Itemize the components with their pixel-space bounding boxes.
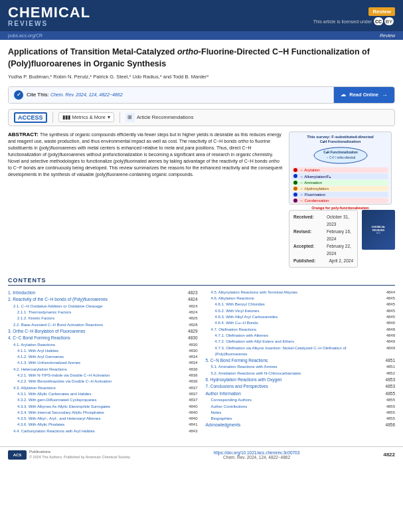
toc-title: This survey: F-substituted-directedC₂H F… [292,135,388,143]
contents-subitem: 4.3. Allylation Reactions 4837 [8,385,198,391]
cite-section: ✓ Cite This: Chem. Rev. 2024, 124, 4822−… [9,87,334,103]
contents-item: 7. Conclusions and Perspectives 4853 [206,383,396,390]
received-row: Received: October 31, 2023 [293,213,353,228]
header-right: Review This article is licensed under CC… [313,7,395,26]
contents-subitem-sub: 4.3.1. With Allylic Carbonates and Halid… [8,391,198,397]
contents-subitem-sub: 2.1.1. Thermodynamic Factors 4824 [8,310,198,315]
published-row: Published: April 2, 2024 [293,257,353,264]
contents-right-col: 4.5. Alkynylation Reactions with Termina… [206,290,396,434]
toc-item-condensation: → Condensation [292,198,388,203]
access-bar: ACCESS ▮▮▮ Metrics & More ▾ ⊞ Article Re… [8,109,395,126]
revised-value: February 16, 2024 [327,228,353,242]
contents-subitem-sub: 2.1.2. Kinetic Factors 4826 [8,315,198,321]
svg-text:C₂H Functionalization: C₂H Functionalization [323,150,358,154]
contents-left-col: 1. Introduction 4823 2. Reactivity of th… [8,290,198,434]
contents-subitem-sub: 4.3.6. With Allylic Pivalates 4841 [8,422,198,428]
toc-item-alkylation: → Alkenylation/F₁ [292,173,388,179]
page-footer: ACS Publications © 2024 The Authors. Pub… [0,446,403,462]
toc-items-list: → Arylation → Alkenylation/F₁ → Aminatio… [292,167,388,203]
published-value: April 2, 2024 [329,257,354,264]
contents-subitem-sub: 4.3.5. With Alkyl-, Aryl-, and Heteroary… [8,416,198,422]
contents-subitem: 4.7. Olefination Reactions 4848 [206,327,396,333]
article-type: Review [380,33,395,38]
contents-subitem: Author Contributions 4855 [206,404,396,410]
contents-subitem-sub: 4.1.3. With Unfunctionalized Arenes 4834 [8,360,198,366]
cite-label-text: Cite This: Chem. Rev. 2024, 124, 4822−48… [27,92,123,98]
article-title: Applications of Transition Metal-Catalyz… [8,46,395,70]
article-recommendations[interactable]: ⊞ Article Recommendations [125,113,389,122]
cite-label: Cite This: [27,92,49,98]
contents-item: 3. Ortho C−H Borylation of Fluoroarenes … [8,328,198,335]
contents-item: Acknowledgments 4856 [206,422,396,428]
footer-doi[interactable]: https://doi.org/10.1021/acs.chemrev.3c00… [214,450,300,455]
abstract-section: ABSTRACT: The synthesis of organic compo… [8,132,283,179]
cloud-icon: ☁ [341,92,346,98]
metrics-button[interactable]: ▮▮▮ Metrics & More ▾ [58,112,114,122]
dot [293,193,297,197]
cc-badge: CC BY [374,17,395,26]
review-badge: Review [368,7,395,16]
contents-subitem: Biographies 4855 [206,416,396,422]
contents-subitem-sub: 4.1.1. With Aryl Halides 4830 [8,348,198,354]
main-content: ABSTRACT: The synthesis of organic compo… [8,132,395,272]
contents-subitem: 2.2. Base-Assisted C−H Bond Activation R… [8,322,198,328]
published-label: Published: [293,257,327,264]
contents-subitem-sub: 4.7.1. Olefination with Alkenes 4848 [206,333,396,339]
read-online-button[interactable]: ☁ Read Online → [334,87,394,103]
svg-text:BY: BY [386,19,393,25]
abstract-label: ABSTRACT: [8,132,39,137]
contents-subitem: Notes 4855 [206,410,396,416]
acs-copyright: © 2024 The Authors. Published by America… [29,455,130,460]
contents-subitem: 5.1. Amination Reactions with Amines 485… [206,364,396,370]
journal-cover-small: CHEMICALREVIEWS ACS [362,210,395,250]
pub-url: pubs.acs.org/CR [8,33,42,38]
dot [293,199,297,203]
contents-subitem: 5.2. Amidation Reactions with N-Chloroca… [206,371,396,377]
contents-item: 5. C−N Bond Forming Reactions 4851 [206,357,396,364]
contents-subitem-sub: 4.2.2. With Benzothiazoles via Double C−… [8,379,198,385]
toc-item-halogenation: → Fluorination [292,192,388,197]
contents-subitem: 4.2. Heteroarylation Reactions 4836 [8,367,198,373]
toc-image: This survey: F-substituted-directedC₂H F… [289,132,392,205]
revised-label: Revised: [293,228,327,242]
footer-right: 4822 [383,452,395,458]
contents-subitem-sub: 4.3.3. With Alkynes As Allylic Electroph… [8,404,198,410]
received-box: Received: October 31, 2023 Revised: Febr… [289,210,358,268]
contents-subitem-sub: 4.3.4. With Internal Secondary Allylic P… [8,410,198,416]
revised-row: Revised: February 16, 2024 [293,228,353,242]
content-area: Applications of Transition Metal-Catalyz… [0,40,403,441]
read-online-label: Read Online [349,92,378,98]
cite-bar: ✓ Cite This: Chem. Rev. 2024, 124, 4822−… [8,86,395,104]
bar-chart-icon: ▮▮▮ [62,114,70,120]
article-rec-label: Article Recommendations [137,114,193,120]
contents-item: 4. C−C Bond Forming Reactions 4830 [8,335,198,341]
received-value: October 31, 2023 [327,213,353,228]
access-badge: ACCESS [14,112,47,123]
contents-section: CONTENTS 1. Introduction 4823 2. Reactiv… [8,277,395,434]
journal-subtitle: REVIEWS [8,20,90,27]
contents-subitem: 4.1. Arylation Reactions 4830 [8,342,198,348]
journal-title-block: CHEMICAL REVIEWS [8,5,90,27]
contents-subitem-sub: 4.2.1. With N-TIPS-Indole via Double C−H… [8,373,198,379]
contents-two-col: 1. Introduction 4823 2. Reactivity of th… [8,290,395,434]
acs-text: Publications © 2024 The Authors. Publish… [29,450,130,460]
journal-title: CHEMICAL [8,5,90,20]
left-column: ABSTRACT: The synthesis of organic compo… [8,132,283,272]
jcs-subtitle: ACS [376,232,380,234]
acs-logo: ACS [8,450,27,460]
toc-item-borylation: → Amination [292,180,388,185]
toc-item-silylation: → Hydroxylation [292,186,388,191]
contents-subitem: Corresponding Authors 4855 [206,397,396,403]
cite-icon: ✓ [14,90,23,100]
contents-subitem-sub: 4.7.3. Olefination via Alkyne Insertion:… [206,345,396,358]
metrics-label: Metrics & More [72,114,106,120]
contents-item: 1. Introduction 4823 [8,290,198,296]
journal-header: CHEMICAL REVIEWS Review This article is … [0,0,403,31]
rec-icon: ⊞ [125,113,135,122]
contents-item: 6. Hydroxylation Reactions with Oxygen 4… [206,377,396,383]
dot [293,168,297,172]
chevron-down-icon: ▾ [108,114,110,120]
authors: Yudha P. Budiman,* Robin N. Perutz,* Pat… [8,74,395,81]
received-and-cover: Received: October 31, 2023 Revised: Febr… [289,210,395,272]
received-label: Received: [293,213,327,228]
